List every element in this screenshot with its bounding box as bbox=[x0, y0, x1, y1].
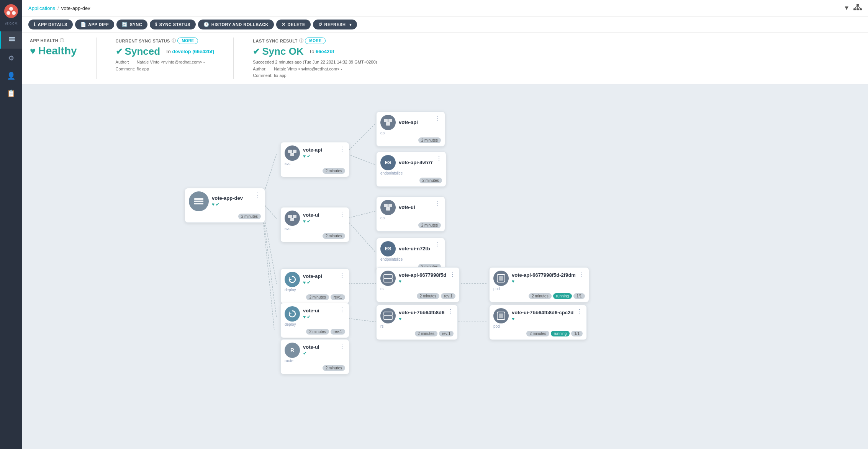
app-root-check: ✔ bbox=[216, 202, 219, 207]
statusbar: APP HEALTH ⓘ ♥ Healthy CURRENT SYNC STAT… bbox=[22, 33, 868, 85]
vote-api-ep-time: 2 minutes bbox=[418, 137, 441, 143]
vote-api-ep-menu[interactable]: ⋮ bbox=[435, 115, 441, 122]
app-details-button[interactable]: ℹ APP DETAILS bbox=[28, 20, 73, 29]
refresh-icon: ↺ bbox=[318, 22, 323, 27]
vote-ui-route-icon: R bbox=[285, 343, 300, 358]
svg-rect-32 bbox=[290, 153, 294, 156]
node-vote-ui-route[interactable]: R vote-ui ✔ ⋮ route 2 minutes bbox=[280, 339, 349, 374]
svg-rect-40 bbox=[384, 119, 388, 122]
node-vote-api-es[interactable]: ES vote-api-4vh7r ⋮ endpointslice 2 minu… bbox=[376, 152, 446, 187]
topology-icon[interactable] bbox=[853, 4, 862, 12]
sidebar-item-docs[interactable]: 📋 bbox=[0, 85, 22, 101]
sync-button[interactable]: 🔄 SYNC bbox=[116, 20, 147, 29]
vote-ui-svc-time: 2 minutes bbox=[323, 233, 345, 239]
vote-api-svc-icon bbox=[285, 145, 300, 161]
node-vote-ui-svc[interactable]: vote-ui ♥ ✔ ⋮ svc 2 minutes bbox=[280, 207, 349, 242]
svg-rect-5 bbox=[9, 39, 15, 40]
vote-ui-svc-menu[interactable]: ⋮ bbox=[339, 211, 345, 218]
node-vote-api-pod[interactable]: vote-api-6677998f5d-2f9dm ♥ ⋮ pod 2 minu… bbox=[489, 267, 589, 302]
svg-line-43 bbox=[386, 122, 388, 122]
vote-ui-deploy-menu[interactable]: ⋮ bbox=[339, 306, 345, 313]
node-vote-ui-ep[interactable]: vote-ui ⋮ ep 2 minutes bbox=[376, 196, 445, 232]
sync-ok-check-icon: ✔ bbox=[253, 47, 260, 57]
vote-api-svc-menu[interactable]: ⋮ bbox=[339, 145, 345, 153]
svg-line-49 bbox=[388, 207, 390, 207]
sidebar-item-settings[interactable]: ⚙ bbox=[0, 50, 22, 66]
vote-ui-deploy-icon bbox=[285, 306, 300, 322]
svg-line-24 bbox=[346, 318, 376, 322]
breadcrumb-applications[interactable]: Applications bbox=[28, 5, 55, 11]
last-author-value: Natale Vinto <nvinto@redhat.com> - bbox=[274, 67, 342, 71]
node-vote-api-svc[interactable]: vote-api ♥ ✔ ⋮ svc 2 minutes bbox=[280, 142, 349, 177]
vote-api-pod-menu[interactable]: ⋮ bbox=[579, 271, 585, 278]
refresh-button[interactable]: ↺ REFRESH ▾ bbox=[313, 20, 357, 29]
history-rollback-button[interactable]: 🕐 HISTORY AND ROLLBACK bbox=[198, 20, 274, 29]
svg-rect-52 bbox=[384, 312, 392, 316]
sync-status-value: ✔ Synced bbox=[116, 46, 160, 57]
vote-ui-rs-heart: ♥ bbox=[399, 316, 401, 322]
vote-ui-ep-time: 2 minutes bbox=[418, 222, 441, 228]
vote-api-deploy-heart: ♥ bbox=[303, 280, 306, 285]
filter-icon[interactable]: ▼ bbox=[843, 5, 850, 11]
vote-ui-es-menu[interactable]: ⋮ bbox=[435, 241, 441, 248]
svg-line-22 bbox=[346, 219, 376, 253]
svg-line-34 bbox=[292, 153, 295, 153]
svg-rect-27 bbox=[194, 203, 203, 204]
graph-area: vote-app-dev ♥ ✔ ⋮ 2 minutes bbox=[22, 85, 868, 449]
last-sync-status-top: ✔ Sync OK To 66e42bf bbox=[253, 46, 377, 57]
app-diff-button[interactable]: 📄 APP DIFF bbox=[75, 20, 114, 29]
node-vote-api-rs[interactable]: vote-api-6677998f5d ♥ ⋮ rs 2 minutes rev… bbox=[376, 267, 460, 302]
node-app-root[interactable]: vote-app-dev ♥ ✔ ⋮ 2 minutes bbox=[185, 188, 265, 223]
svg-rect-46 bbox=[388, 204, 392, 207]
vote-ui-deploy-check: ✔ bbox=[307, 314, 311, 320]
svg-rect-4 bbox=[9, 40, 15, 41]
comment-value: fix app bbox=[137, 67, 149, 71]
vote-ui-rs-name: vote-ui-7bb64fb8d6 bbox=[399, 310, 444, 315]
dropdown-arrow-icon: ▾ bbox=[349, 22, 352, 27]
node-vote-ui-pod[interactable]: vote-ui-7bb64fb8d6-cpc2d ♥ ⋮ pod 2 minut… bbox=[489, 305, 587, 340]
svg-line-11 bbox=[855, 6, 858, 8]
svg-point-1 bbox=[9, 7, 13, 11]
delete-icon: ✕ bbox=[282, 22, 286, 27]
vote-api-rs-menu[interactable]: ⋮ bbox=[449, 271, 455, 278]
vote-api-es-menu[interactable]: ⋮ bbox=[436, 155, 442, 162]
last-sync-more-button[interactable]: MORE bbox=[305, 38, 326, 44]
sidebar-item-user[interactable]: 👤 bbox=[0, 68, 22, 84]
vote-api-pod-running: running bbox=[553, 293, 572, 299]
sidebar-item-layers[interactable] bbox=[0, 31, 22, 49]
svg-line-21 bbox=[346, 211, 376, 219]
last-comment-label: Comment: bbox=[253, 72, 273, 79]
vote-api-deploy-name: vote-api bbox=[303, 273, 336, 279]
node-vote-ui-rs[interactable]: vote-ui-7bb64fb8d6 ♥ ⋮ rs 2 minutes rev:… bbox=[376, 305, 458, 340]
vote-api-deploy-menu[interactable]: ⋮ bbox=[339, 272, 345, 279]
vote-api-pod-time: 2 minutes bbox=[529, 293, 551, 299]
vote-api-pod-icon bbox=[493, 271, 509, 286]
sync-status-button[interactable]: ℹ SYNC STATUS bbox=[150, 20, 196, 29]
main-content: Applications / vote-app-dev ▼ ℹ APP DETA bbox=[22, 0, 868, 449]
vote-api-rs-icon bbox=[380, 271, 396, 286]
current-sync-more-button[interactable]: MORE bbox=[177, 38, 198, 44]
node-vote-api-ep[interactable]: vote-api ⋮ ep 2 minutes bbox=[376, 111, 445, 147]
node-vote-ui-deploy[interactable]: vote-ui ♥ ✔ ⋮ deploy 2 minutes rev:1 bbox=[280, 303, 349, 338]
vote-api-pod-count: 1/1 bbox=[573, 293, 585, 299]
vote-ui-pod-menu[interactable]: ⋮ bbox=[576, 308, 583, 315]
svg-rect-29 bbox=[194, 198, 203, 200]
vote-api-deploy-time: 2 minutes bbox=[306, 294, 329, 300]
delete-button[interactable]: ✕ DELETE bbox=[276, 20, 311, 29]
svg-line-38 bbox=[290, 218, 292, 218]
last-sync-meta: Succeeded 2 minutes ago (Tue Jun 22 2021… bbox=[253, 59, 377, 79]
author-label: Author: bbox=[116, 59, 136, 66]
vote-api-es-icon: ES bbox=[380, 155, 396, 170]
vote-ui-route-menu[interactable]: ⋮ bbox=[339, 343, 345, 350]
app-root-menu[interactable]: ⋮ bbox=[255, 191, 261, 199]
layers-icon bbox=[8, 35, 16, 45]
vote-ui-svc-name: vote-ui bbox=[303, 212, 336, 218]
app-root-heart: ♥ bbox=[212, 202, 215, 207]
vote-ui-ep-name: vote-ui bbox=[399, 204, 432, 210]
vote-ui-rs-menu[interactable]: ⋮ bbox=[447, 308, 454, 315]
svg-line-20 bbox=[346, 153, 376, 165]
vote-ui-ep-menu[interactable]: ⋮ bbox=[435, 200, 441, 207]
node-vote-api-deploy[interactable]: vote-api ♥ ✔ ⋮ deploy 2 minutes rev:1 bbox=[280, 268, 349, 304]
info-icon: ℹ bbox=[34, 22, 36, 27]
sidebar: v2.0.0+t ⚙ 👤 📋 bbox=[0, 0, 22, 449]
